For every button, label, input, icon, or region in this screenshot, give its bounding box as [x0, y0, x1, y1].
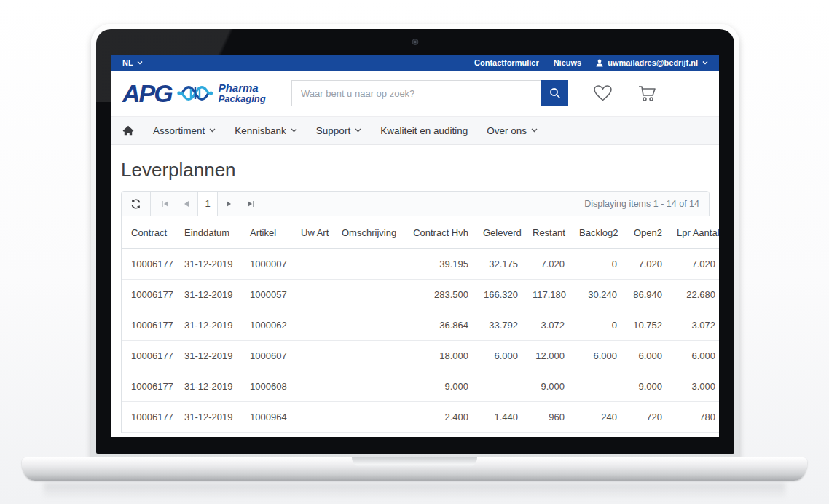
heart-icon [593, 84, 613, 102]
cell-einddatum: 31-12-2019 [177, 280, 243, 310]
column-header-lpr-aantal[interactable]: Lpr Aantal [669, 216, 719, 249]
laptop-reflection [44, 483, 785, 499]
cell-artikel: 1000608 [243, 371, 294, 402]
wishlist-button[interactable] [593, 84, 613, 102]
cell-geleverd: 6.000 [476, 341, 525, 371]
cell-lpr-aantal: 780 [669, 402, 719, 433]
cell-open2: 86.940 [624, 280, 669, 310]
cell-omschrijving [334, 402, 404, 433]
news-link[interactable]: Nieuws [554, 58, 582, 67]
cell-einddatum: 31-12-2019 [177, 310, 243, 341]
cell-omschrijving [334, 249, 404, 280]
cell-lpr-aantal: 3.000 [669, 371, 719, 402]
column-header-uw-art[interactable]: Uw Art [294, 216, 334, 249]
cell-geleverd: 166.320 [476, 280, 525, 310]
nav-support[interactable]: Support [316, 125, 361, 136]
cell-contract-hvh: 283.500 [404, 280, 476, 310]
chevron-down-icon [355, 128, 361, 133]
cell-uw-art [294, 371, 334, 402]
cell-restant: 117.180 [525, 280, 572, 310]
language-label: NL [122, 58, 133, 67]
next-page-button[interactable] [218, 192, 240, 216]
table-row: 10006177 31-12-2019 1000607 18.000 6.000… [122, 341, 719, 371]
cell-artikel: 1000964 [243, 402, 294, 433]
cell-restant: 3.072 [525, 310, 572, 341]
cell-omschrijving [334, 280, 404, 310]
cell-contract-hvh: 9.000 [404, 371, 476, 402]
pager-status: Displaying items 1 - 14 of 14 [584, 192, 709, 216]
first-page-button[interactable] [154, 192, 176, 216]
account-email: uwmailadres@bedrijf.nl [608, 58, 698, 67]
cell-backlog2 [572, 371, 624, 402]
column-header-backlog2[interactable]: Backlog2 [572, 216, 624, 249]
grid-toolbar: 1 Displaying items 1 - 14 of 14 [122, 192, 709, 216]
refresh-button[interactable] [122, 192, 151, 216]
search-button[interactable] [541, 80, 568, 106]
dna-swirl-icon [176, 81, 214, 106]
cell-omschrijving [334, 310, 404, 341]
account-menu[interactable]: uwmailadres@bedrijf.nl [596, 58, 708, 67]
cell-restant: 9.000 [525, 371, 572, 402]
prev-page-button[interactable] [176, 192, 197, 216]
column-header-open2[interactable]: Open2 [624, 216, 669, 249]
laptop-bezel: NL Contactformulier Nieuws uwmailadres@b… [96, 29, 734, 454]
chevron-down-icon [137, 60, 143, 65]
laptop-base-notch [352, 457, 477, 468]
nav-over-ons[interactable]: Over ons [487, 125, 538, 136]
cell-lpr-aantal: 22.680 [669, 280, 719, 310]
column-header-einddatum[interactable]: Einddatum [177, 216, 243, 249]
search-input[interactable] [291, 80, 541, 106]
cell-uw-art [294, 341, 334, 371]
leverplannen-table: Contract Einddatum Artikel Uw Art Omschr… [122, 216, 719, 433]
cell-omschrijving [334, 341, 404, 371]
top-utility-bar: NL Contactformulier Nieuws uwmailadres@b… [111, 55, 719, 71]
column-header-geleverd[interactable]: Geleverd [476, 216, 525, 249]
column-header-omschrijving[interactable]: Omschrijving [334, 216, 404, 249]
column-header-artikel[interactable]: Artikel [243, 216, 294, 249]
cell-open2: 7.020 [624, 249, 669, 280]
cell-geleverd: 1.440 [476, 402, 525, 433]
cell-geleverd: 32.175 [476, 249, 525, 280]
nav-kennisbank[interactable]: Kennisbank [235, 125, 297, 136]
cell-einddatum: 31-12-2019 [177, 341, 243, 371]
language-selector[interactable]: NL [122, 58, 143, 67]
cell-contract: 10006177 [122, 310, 177, 341]
page-number-current[interactable]: 1 [197, 192, 218, 216]
nav-assortiment[interactable]: Assortiment [153, 125, 216, 136]
laptop-frame: NL Contactformulier Nieuws uwmailadres@b… [91, 24, 739, 459]
cell-open2: 6.000 [624, 341, 669, 371]
cart-icon [637, 84, 658, 103]
nav-home[interactable] [122, 125, 134, 136]
table-row: 10006177 31-12-2019 1000608 9.000 9.000 … [122, 371, 719, 402]
cell-backlog2: 0 [572, 310, 624, 341]
cell-contract-hvh: 2.400 [404, 402, 476, 433]
cell-restant: 12.000 [525, 341, 572, 371]
cell-restant: 960 [525, 402, 572, 433]
cell-einddatum: 31-12-2019 [177, 249, 243, 280]
contact-form-link[interactable]: Contactformulier [474, 58, 539, 67]
search-icon [549, 87, 561, 99]
leverplannen-grid: 1 Displaying items 1 - 14 of 14 [121, 191, 710, 433]
cell-uw-art [294, 249, 334, 280]
page-content: Leverplannen [111, 159, 719, 433]
cell-uw-art [294, 310, 334, 341]
user-icon [596, 59, 603, 67]
column-header-contract-hvh[interactable]: Contract Hvh [404, 216, 476, 249]
chevron-down-icon [531, 128, 538, 133]
pager: 1 [154, 192, 262, 216]
last-page-button[interactable] [240, 192, 262, 216]
nav-kwaliteit-en-auditing[interactable]: Kwaliteit en auditing [380, 125, 468, 136]
cell-backlog2: 240 [572, 402, 624, 433]
cart-button[interactable] [637, 84, 658, 103]
cell-geleverd [476, 371, 525, 402]
column-header-restant[interactable]: Restant [525, 216, 572, 249]
logo-apg-text: APG [122, 81, 172, 106]
table-body: 10006177 31-12-2019 1000007 39.195 32.17… [122, 249, 719, 433]
cell-open2: 9.000 [624, 371, 669, 402]
column-header-contract[interactable]: Contract [122, 216, 177, 249]
company-logo[interactable]: APG Pharma P [122, 81, 291, 106]
cell-backlog2: 30.240 [572, 280, 624, 310]
chevron-down-icon [209, 128, 216, 133]
home-icon [122, 125, 134, 136]
cell-contract: 10006177 [122, 371, 177, 402]
